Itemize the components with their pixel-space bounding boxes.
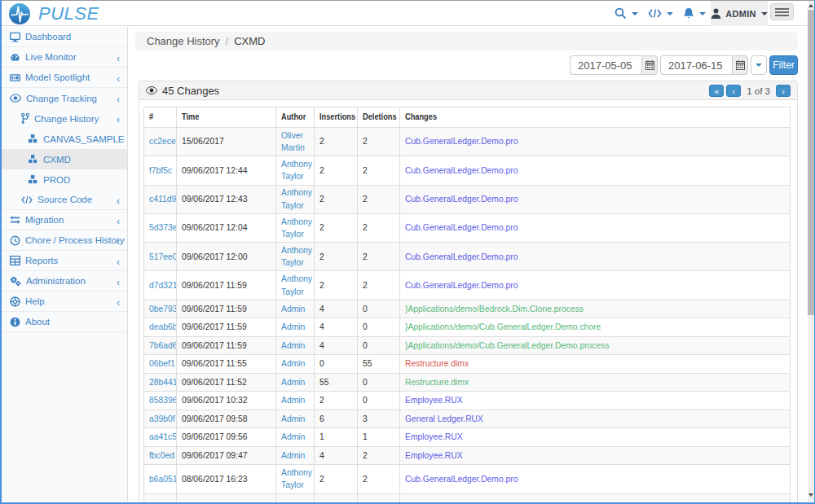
change-file-link[interactable]: Cub.GeneralLedger.Demo.pro bbox=[405, 193, 518, 205]
commit-hash-link[interactable]: d7d321 bbox=[149, 279, 177, 291]
sidebar-item-change-history[interactable]: Change History‹ bbox=[2, 108, 127, 129]
sidebar-item-cxmd[interactable]: CXMD bbox=[2, 149, 127, 169]
commit-hash-link[interactable]: b6a051 bbox=[149, 473, 177, 485]
deletions-cell: 0 bbox=[358, 336, 400, 355]
hamburger-menu-button[interactable] bbox=[770, 3, 794, 20]
commit-hash-link[interactable]: 517ee0 bbox=[149, 251, 177, 263]
commit-hash-link[interactable]: 7b6ad6 bbox=[149, 340, 177, 352]
author-link[interactable]: Anthony Taylor bbox=[281, 216, 312, 241]
sidebar-item-prod[interactable]: PROD bbox=[2, 169, 127, 190]
insertions-value: 4 bbox=[319, 449, 324, 462]
author-link[interactable]: Admin bbox=[281, 394, 305, 406]
author-link[interactable]: Oliver Martin bbox=[281, 129, 311, 155]
sidebar-item-canvas-sample[interactable]: CANVAS_SAMPLE bbox=[2, 129, 127, 149]
date-to-calendar-button[interactable] bbox=[732, 55, 748, 75]
change-file-link[interactable]: Employee.RUX bbox=[405, 394, 463, 406]
pagination-prev-button[interactable]: ‹ bbox=[726, 85, 741, 97]
sidebar-item-label: CXMD bbox=[43, 155, 71, 164]
deletions-value: 0 bbox=[363, 303, 368, 315]
sidebar-item-change-tracking[interactable]: Change Tracking‹ bbox=[2, 88, 127, 108]
commit-hash-link[interactable]: 28b441 bbox=[149, 376, 177, 388]
commit-hash-link[interactable]: fbc0ed bbox=[149, 449, 174, 462]
vertical-scrollbar[interactable] bbox=[808, 1, 814, 502]
author-link[interactable]: Anthony Taylor bbox=[281, 158, 312, 183]
change-file-link[interactable]: }Applications/demo/Cub.GeneralLedger.Dem… bbox=[405, 340, 610, 352]
breadcrumb-link-change-history[interactable]: Change History bbox=[147, 35, 220, 47]
commit-hash-link[interactable]: f7bf5c bbox=[149, 164, 172, 177]
scrollbar-up-arrow-icon[interactable] bbox=[808, 4, 813, 7]
sidebar-item-chore-process-history[interactable]: Chore / Process History‹ bbox=[2, 230, 127, 251]
deletions-value: 2 bbox=[363, 473, 368, 485]
filter-button[interactable]: Filter bbox=[769, 55, 798, 75]
change-file-link[interactable]: Cub.GeneralLedger.Demo.pro bbox=[405, 473, 518, 485]
change-file-link[interactable]: Cub.GeneralLedger.Demo.pro bbox=[405, 164, 518, 177]
search-menu[interactable] bbox=[610, 1, 643, 26]
change-file-link[interactable]: Cub.GeneralLedger.Demo.pro bbox=[405, 221, 518, 234]
sidebar-item-help[interactable]: Help‹ bbox=[2, 291, 127, 312]
pagination-next-button[interactable]: › bbox=[776, 85, 791, 97]
cubes-icon bbox=[28, 154, 38, 164]
author-link[interactable]: Admin bbox=[281, 449, 305, 462]
notifications-menu[interactable] bbox=[678, 1, 711, 26]
sidebar-item-about[interactable]: About bbox=[2, 312, 127, 332]
pagination: « ‹ 1 of 3 › bbox=[709, 85, 791, 97]
author-link[interactable]: Admin bbox=[281, 357, 305, 370]
change-file-link[interactable]: Cub.GeneralLedger.Demo.pro bbox=[405, 135, 518, 147]
insertions-cell: 1 bbox=[315, 428, 358, 447]
date-from-input[interactable] bbox=[570, 55, 641, 75]
author-link[interactable]: Admin bbox=[281, 340, 305, 352]
commit-hash-link[interactable]: 0be793 bbox=[149, 303, 177, 315]
commit-hash-link[interactable]: cc2ece bbox=[149, 135, 176, 147]
code-icon bbox=[21, 195, 33, 204]
change-file-link[interactable]: Restructure.dimx bbox=[405, 357, 469, 370]
sidebar-item-reports[interactable]: Reports‹ bbox=[2, 251, 127, 271]
commit-hash-link[interactable]: aa41c5 bbox=[149, 431, 177, 443]
author-link[interactable]: Anthony Taylor bbox=[281, 244, 312, 270]
app-logo[interactable]: PULSE bbox=[9, 2, 99, 25]
sidebar-item-dashboard[interactable]: Dashboard bbox=[2, 27, 127, 47]
author-link[interactable]: Admin bbox=[281, 431, 305, 443]
deletions-cell: 2 bbox=[358, 128, 400, 156]
insertions-value: 4 bbox=[319, 340, 324, 352]
author-link[interactable]: Admin bbox=[281, 321, 305, 333]
change-file-link[interactable]: Employee.RUX bbox=[405, 449, 463, 462]
author-link[interactable]: Admin bbox=[281, 303, 305, 315]
change-file-link[interactable]: Restructure.dimx bbox=[405, 376, 469, 388]
date-to-input[interactable] bbox=[660, 55, 732, 75]
author-link[interactable]: Admin bbox=[281, 413, 305, 425]
commit-hash-link[interactable]: deab6b bbox=[149, 321, 177, 333]
commit-hash-link[interactable]: 858396 bbox=[149, 394, 177, 406]
time-cell: 09/06/2017 11:55 bbox=[177, 355, 276, 374]
change-file-link[interactable]: }Applications/demo/Cub.GeneralLedger.Dem… bbox=[405, 321, 601, 333]
commit-hash-link[interactable]: 5d373e bbox=[149, 221, 177, 234]
table-row: a39b0f09/06/2017 09:58Admin63General Led… bbox=[144, 410, 791, 428]
column-header-insertions: Insertions bbox=[315, 107, 358, 128]
chevron-left-icon: ‹ bbox=[117, 93, 120, 104]
pagination-first-button[interactable]: « bbox=[709, 85, 724, 97]
scrollbar-down-arrow-icon[interactable] bbox=[808, 493, 813, 497]
date-from-calendar-button[interactable] bbox=[641, 55, 658, 75]
change-file-link[interactable]: }Applications/demo/Bedrock.Dim.Clone.pro… bbox=[405, 303, 584, 315]
commit-hash-link[interactable]: a39b0f bbox=[149, 413, 175, 425]
commit-hash-link[interactable]: 06bef1 bbox=[149, 357, 175, 370]
change-file-link[interactable]: Employee.RUX bbox=[405, 431, 463, 443]
source-code-menu[interactable] bbox=[643, 1, 678, 26]
change-file-link[interactable]: Cub.GeneralLedger.Demo.pro bbox=[405, 251, 518, 263]
change-file-link[interactable]: Cub.GeneralLedger.Demo.pro bbox=[405, 279, 518, 291]
author-link[interactable]: Anthony Taylor bbox=[281, 273, 312, 298]
change-file-link[interactable]: General Ledger.RUX bbox=[405, 413, 483, 425]
sidebar-item-model-spotlight[interactable]: Model Spotlight‹ bbox=[2, 68, 127, 88]
commit-hash-link[interactable]: c411d9 bbox=[149, 193, 176, 205]
author-link[interactable]: Anthony Taylor bbox=[281, 467, 312, 492]
user-menu[interactable]: ADMIN bbox=[711, 1, 768, 26]
insertions-value: 6 bbox=[319, 413, 324, 425]
author-link[interactable]: Admin bbox=[281, 376, 305, 388]
scrollbar-thumb[interactable] bbox=[808, 10, 814, 315]
author-link[interactable]: Anthony Taylor bbox=[281, 186, 312, 212]
sidebar-item-source-code[interactable]: Source Code‹ bbox=[2, 190, 127, 210]
sidebar-item-label: Live Monitor bbox=[25, 52, 77, 62]
filter-options-dropdown-button[interactable] bbox=[751, 55, 767, 75]
sidebar-item-administration[interactable]: Administration‹ bbox=[2, 271, 127, 291]
sidebar-item-live-monitor[interactable]: Live Monitor‹ bbox=[2, 47, 127, 68]
sidebar-item-migration[interactable]: Migration‹ bbox=[2, 210, 127, 230]
